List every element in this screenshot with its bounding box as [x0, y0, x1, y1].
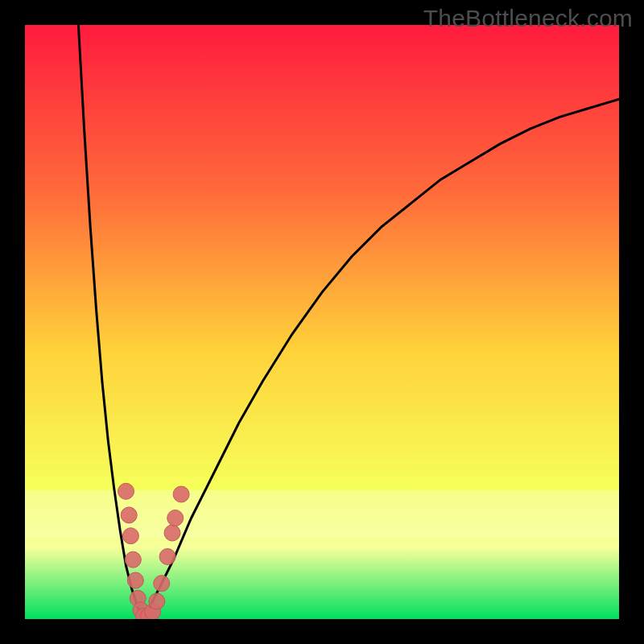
- data-dot: [121, 507, 137, 523]
- data-dot: [125, 551, 141, 568]
- data-dot: [159, 549, 175, 565]
- data-dot: [118, 483, 134, 499]
- data-dot: [149, 593, 165, 609]
- pale-band: [25, 490, 619, 539]
- watermark-text: TheBottleneck.com: [423, 5, 633, 32]
- data-dot: [164, 525, 180, 541]
- data-dot: [173, 486, 189, 502]
- data-dot: [154, 576, 170, 592]
- chart-svg: [25, 25, 619, 619]
- plot-area: [25, 25, 619, 619]
- data-dot: [122, 528, 138, 544]
- data-dot: [167, 510, 184, 526]
- chart-frame: TheBottleneck.com: [0, 0, 644, 644]
- data-dot: [127, 572, 143, 588]
